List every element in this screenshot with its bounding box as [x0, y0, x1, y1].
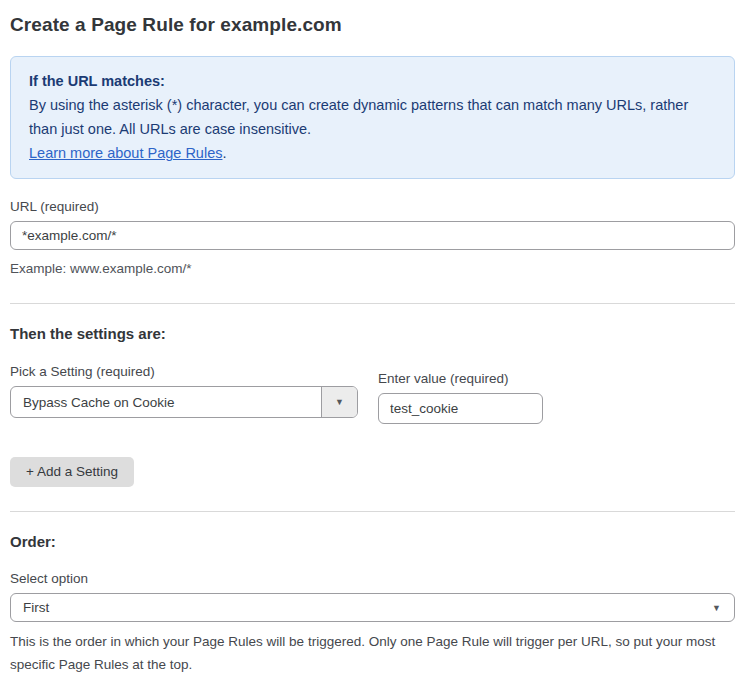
chevron-down-icon: ▼ — [335, 397, 344, 407]
setting-picker-column: Pick a Setting (required) Bypass Cache o… — [10, 364, 358, 418]
divider — [10, 303, 735, 304]
setting-value-input[interactable] — [378, 393, 543, 424]
url-field-label: URL (required) — [10, 199, 735, 214]
divider — [10, 511, 735, 512]
add-setting-button[interactable]: + Add a Setting — [10, 457, 134, 487]
create-page-rule-form: Create a Page Rule for example.com If th… — [0, 0, 750, 688]
url-input[interactable] — [10, 221, 735, 250]
setting-select-value: Bypass Cache on Cookie — [11, 387, 321, 417]
order-select-value: First — [23, 600, 49, 615]
setting-value-column: Enter value (required) — [378, 364, 543, 424]
url-example-text: Example: www.example.com/* — [10, 258, 735, 279]
chevron-down-icon: ▼ — [712, 603, 721, 613]
setting-select[interactable]: Bypass Cache on Cookie ▼ — [10, 386, 358, 418]
order-select-label: Select option — [10, 571, 735, 586]
order-select[interactable]: First ▼ — [10, 593, 735, 622]
link-period: . — [222, 145, 226, 161]
page-title: Create a Page Rule for example.com — [10, 14, 735, 36]
setting-value-label: Enter value (required) — [378, 371, 543, 386]
setting-select-arrow-button[interactable]: ▼ — [321, 387, 357, 417]
order-help-text: This is the order in which your Page Rul… — [10, 630, 730, 676]
learn-more-link[interactable]: Learn more about Page Rules — [29, 145, 222, 161]
settings-section-heading: Then the settings are: — [10, 325, 735, 342]
order-section-heading: Order: — [10, 533, 735, 550]
info-box-heading: If the URL matches: — [29, 69, 716, 93]
setting-picker-label: Pick a Setting (required) — [10, 364, 358, 379]
settings-row: Pick a Setting (required) Bypass Cache o… — [10, 364, 735, 424]
info-box-body: By using the asterisk (*) character, you… — [29, 93, 716, 165]
url-match-info-box: If the URL matches: By using the asteris… — [10, 56, 735, 179]
